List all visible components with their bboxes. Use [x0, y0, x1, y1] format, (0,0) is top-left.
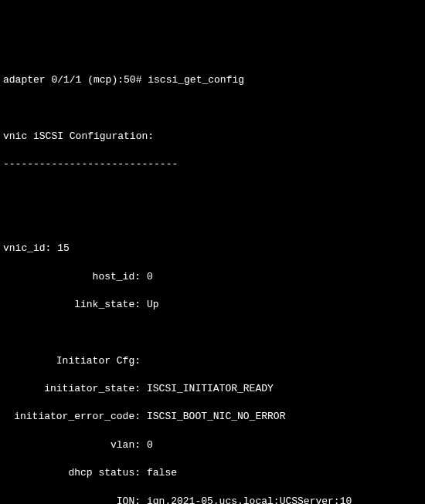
initiator-cfg-label: Initiator Cfg: — [3, 354, 141, 368]
iqn-line: IQN:iqn.2021-05.ucs.local:UCSServer:10 — [3, 495, 422, 504]
blank-line — [3, 185, 422, 199]
vnic-id-label: vnic_id: — [3, 242, 51, 254]
initiator-state-value: ISCSI_INITIATOR_READY — [141, 382, 274, 396]
command: iscsi_get_config — [148, 74, 244, 86]
terminal-output[interactable]: adapter 0/1/1 (mcp):50# iscsi_get_config… — [3, 59, 422, 504]
initiator-state-line: initiator_state:ISCSI_INITIATOR_READY — [3, 382, 422, 396]
initiator-state-label: initiator_state: — [3, 382, 141, 396]
host-id-line: host_id:0 — [3, 270, 422, 284]
vnic-id-value: 15 — [57, 242, 70, 254]
blank-line — [3, 326, 422, 340]
link-state-label: link_state: — [3, 298, 141, 312]
link-state-value: Up — [141, 298, 159, 312]
iqn-value: iqn.2021-05.ucs.local:UCSServer:10 — [141, 495, 352, 504]
dhcp-status-line: dhcp status:false — [3, 466, 422, 480]
prompt: adapter 0/1/1 (mcp):50# — [3, 74, 148, 86]
initiator-error-code-line: initiator_error_code:ISCSI_BOOT_NIC_NO_E… — [3, 410, 422, 424]
vlan-value: 0 — [141, 438, 153, 452]
vnic-id-line: vnic_id: 15 — [3, 242, 422, 255]
dhcp-status-value: false — [141, 466, 177, 480]
iqn-label: IQN: — [3, 495, 141, 504]
divider: ----------------------------- — [3, 157, 422, 171]
dhcp-status-label: dhcp status: — [3, 466, 141, 480]
link-state-line: link_state:Up — [3, 298, 422, 312]
vlan-label: vlan: — [3, 438, 141, 452]
blank-line — [3, 101, 422, 115]
host-id-value: 0 — [141, 270, 153, 284]
blank-line — [3, 214, 422, 228]
initiator-cfg-line: Initiator Cfg: — [3, 354, 422, 368]
host-id-label: host_id: — [3, 270, 141, 284]
initiator-error-code-value: ISCSI_BOOT_NIC_NO_ERROR — [141, 410, 285, 424]
vlan-line: vlan:0 — [3, 438, 422, 452]
prompt-line-1: adapter 0/1/1 (mcp):50# iscsi_get_config — [3, 73, 422, 87]
initiator-error-code-label: initiator_error_code: — [3, 410, 141, 424]
header: vnic iSCSI Configuration: — [3, 130, 422, 144]
